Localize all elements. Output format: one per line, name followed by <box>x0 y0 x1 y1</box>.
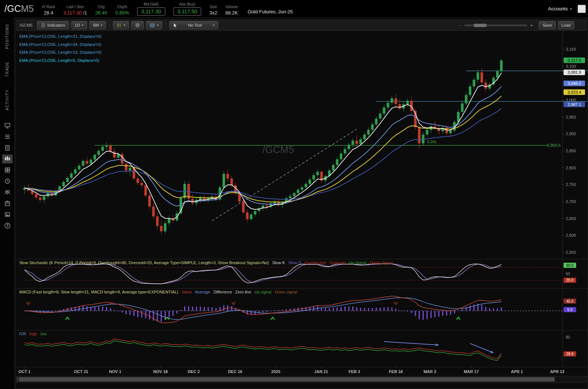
header-symbol: /GCM5 <box>4 3 34 14</box>
svg-text:50: 50 <box>566 272 570 276</box>
field-value: 28.4 <box>44 10 53 16</box>
scrollbar-thumb[interactable] <box>19 377 555 382</box>
range-dropdown[interactable]: 6M▾ <box>89 21 106 29</box>
field-label: Volume <box>226 5 238 9</box>
chart-grid-icon[interactable] <box>2 154 13 163</box>
zoom-out-button[interactable]: - <box>460 23 461 28</box>
cursor-icon <box>173 23 177 28</box>
field-label: IV Rank <box>42 5 55 9</box>
community-icon[interactable] <box>2 188 13 197</box>
field-label: Chg% <box>117 5 127 9</box>
svg-text:3,117.3: 3,117.3 <box>568 58 581 63</box>
ivr-low-line <box>24 340 501 360</box>
svg-text:2,869.6: 2,869.6 <box>547 143 561 147</box>
contract-description: Gold Futures, Jun-25 <box>248 9 293 16</box>
chart-scrollbar[interactable] <box>16 376 587 383</box>
macd-up-signal-arrow <box>66 317 69 320</box>
chart-workspace: /GCM5 Indicators 1D▾ 6M▾ ▾ <box>15 17 588 389</box>
notes-icon[interactable] <box>2 143 13 152</box>
trading-app: /GCM5 IV Rank28.4Last / Size3,117.30 /1C… <box>0 0 588 389</box>
field-value: 26.40 <box>95 10 107 16</box>
toolbar-divider <box>109 21 110 29</box>
svg-text:FEB 3: FEB 3 <box>349 369 360 374</box>
apps-panel-button[interactable] <box>578 5 586 13</box>
quote-fields: IV Rank28.4Last / Size3,117.30 /1Chg26.4… <box>42 2 293 16</box>
sidebar-tab-activity[interactable]: ACTIVITY <box>5 89 9 110</box>
timeframe-dropdown[interactable]: 1D▾ <box>71 21 87 29</box>
svg-text:0.0%: 0.0% <box>427 140 436 144</box>
svg-text:FEB 18: FEB 18 <box>389 369 403 374</box>
left-sidebar: POSITIONS TRADE ACTIVITY ? <box>0 17 15 389</box>
svg-text:3,023.4: 3,023.4 <box>568 90 581 94</box>
history-icon[interactable] <box>2 177 13 186</box>
products-icon[interactable] <box>2 199 13 208</box>
price-chart-canvas[interactable]: 3,1503,1003,0503,0002,9502,9002,8502,800… <box>15 31 588 259</box>
field-value: 88.2K <box>225 10 238 16</box>
apps-icon[interactable] <box>2 166 13 174</box>
chevron-down-icon: ▾ <box>100 23 102 27</box>
chevron-down-icon: ▾ <box>213 23 215 27</box>
field-value: 3x2 <box>209 10 217 16</box>
svg-text:JAN 21: JAN 21 <box>314 369 328 374</box>
macd-pane[interactable]: 45.05.5 MACD (Fast length=8, Slow length… <box>15 288 588 330</box>
field-value: 3,117.30 <box>137 7 165 16</box>
field-value: 3,117.30 /1 <box>63 10 87 16</box>
chart-type-dropdown[interactable]: ▾ <box>113 21 129 29</box>
load-button[interactable]: Load <box>558 21 574 29</box>
ivr-canvas[interactable]: 8028.9 <box>15 330 588 367</box>
macd-down-signal-arrow <box>394 302 398 305</box>
watchlist-icon[interactable] <box>2 132 13 141</box>
chart-settings-button[interactable] <box>131 21 144 29</box>
accounts-label: Accounts <box>548 6 568 11</box>
quote-field-size: Size3x2 <box>209 5 217 16</box>
slow-d-line <box>24 264 501 284</box>
macd-up-signal-arrow <box>456 317 460 320</box>
grid-layout-dropdown[interactable]: ▾ <box>146 21 162 29</box>
zoom-slider[interactable] <box>464 24 527 26</box>
indicators-button[interactable]: Indicators <box>37 21 69 29</box>
zoom-in-button[interactable]: + <box>530 23 533 28</box>
zoom-slider-thumb[interactable] <box>474 24 486 27</box>
field-value: 3,117.50 <box>173 7 201 16</box>
media-icon[interactable] <box>2 210 13 219</box>
field-label: Ask (Buy) <box>179 2 195 6</box>
monitor-icon[interactable] <box>2 121 13 130</box>
quote-field-chg: Chg26.40 <box>95 5 107 16</box>
toolbar-divider <box>166 21 166 29</box>
stochastic-canvas[interactable]: 5089.520.0 <box>15 259 588 288</box>
scrollbar-endcap[interactable] <box>17 377 19 382</box>
stochastic-pane[interactable]: 5089.520.0 Slow Stochastic (K Period=14,… <box>15 259 588 288</box>
macd-up-signal-arrow <box>271 317 275 320</box>
quote-field-chg-: Chg%0.85% <box>115 5 129 16</box>
quote-field-ask-buy-[interactable]: Ask (Buy)3,117.50 <box>173 2 201 16</box>
chevron-down-icon: ▾ <box>82 23 84 27</box>
sidebar-tab-trade[interactable]: TRADE <box>5 61 9 77</box>
svg-text:MAR 3: MAR 3 <box>423 369 436 374</box>
svg-text:28.9: 28.9 <box>566 352 574 356</box>
ivr-pane[interactable]: 8028.9 IVRhighlow <box>15 330 588 367</box>
quote-field-bid-sell-[interactable]: Bid (Sell)3,117.30 <box>137 2 165 16</box>
svg-text:2,650: 2,650 <box>566 216 576 221</box>
save-button[interactable]: Save <box>539 21 555 29</box>
svg-text:?: ? <box>6 224 8 228</box>
help-icon[interactable]: ? <box>2 221 13 230</box>
svg-text:2025: 2025 <box>271 369 280 374</box>
svg-text:NOV 18: NOV 18 <box>153 369 168 374</box>
svg-text:20.0: 20.0 <box>566 278 574 282</box>
macd-canvas[interactable]: 45.05.5 <box>15 289 588 330</box>
svg-text:OCT 1: OCT 1 <box>19 369 30 374</box>
drawing-tool-dropdown[interactable]: No Tool ▾ <box>169 21 218 29</box>
field-label: Last / Size <box>66 5 84 9</box>
svg-text:2,987.1: 2,987.1 <box>568 102 581 107</box>
quote-field-last-size: Last / Size3,117.30 /1 <box>63 5 87 16</box>
chevron-down-icon: ▾ <box>157 23 159 27</box>
svg-text:2,750: 2,750 <box>566 182 576 187</box>
sidebar-icons: ? <box>2 121 13 230</box>
accounts-menu[interactable]: Accounts ▾ <box>548 5 586 13</box>
price-chart-pane[interactable]: 3,1503,1003,0503,0002,9502,9002,8502,800… <box>15 31 588 259</box>
drawn-trendline <box>212 129 356 221</box>
field-label: Size <box>210 5 217 9</box>
sidebar-tab-positions[interactable]: POSITIONS <box>5 24 9 49</box>
time-axis: OCT 1OCT 21NOV 1NOV 18DEC 2DEC 162025JAN… <box>15 367 588 376</box>
field-label: Bid (Sell) <box>144 2 159 6</box>
